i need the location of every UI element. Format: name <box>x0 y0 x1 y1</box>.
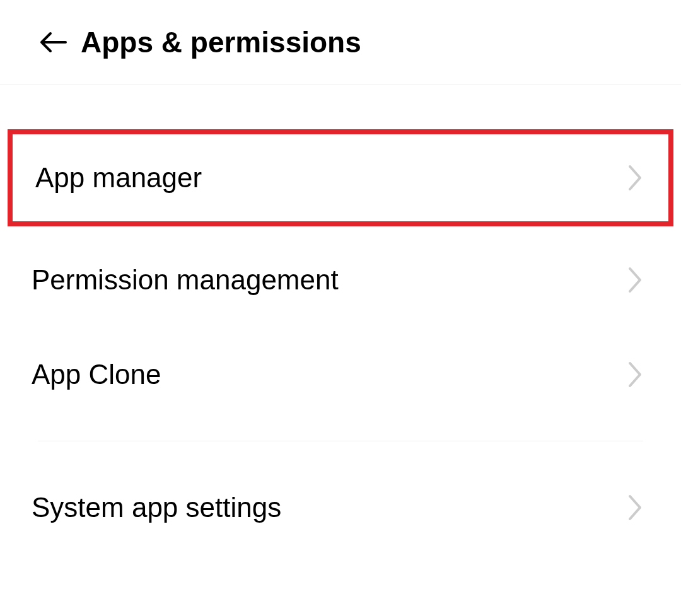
list-item-label: App Clone <box>32 359 161 390</box>
chevron-right-icon <box>627 272 643 288</box>
chevron-right-icon <box>627 366 643 383</box>
chevron-right-icon <box>627 170 643 186</box>
list-item-app-clone[interactable]: App Clone <box>0 327 681 422</box>
list-item-label: System app settings <box>32 492 281 523</box>
chevron-right-icon <box>627 499 643 516</box>
list-item-app-manager[interactable]: App manager <box>13 134 668 221</box>
list-item-label: App manager <box>35 162 202 194</box>
list-item-system-app-settings[interactable]: System app settings <box>0 460 681 555</box>
divider <box>38 441 643 441</box>
header-bar: Apps & permissions <box>0 0 681 85</box>
list-item-label: Permission management <box>32 264 339 296</box>
highlight-box: App manager <box>8 129 673 226</box>
list-item-permission-management[interactable]: Permission management <box>0 233 681 327</box>
back-arrow-icon[interactable] <box>38 27 68 57</box>
page-title: Apps & permissions <box>81 25 361 59</box>
settings-list: App manager Permission management App Cl… <box>0 85 681 555</box>
